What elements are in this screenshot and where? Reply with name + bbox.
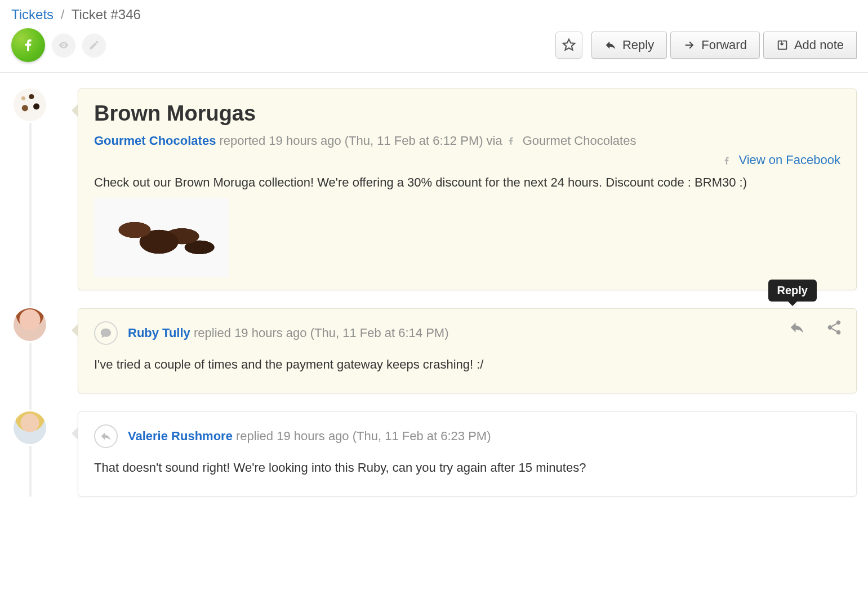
- reply-author-link[interactable]: Valerie Rushmore: [128, 429, 233, 443]
- star-button[interactable]: [555, 32, 582, 59]
- forward-button-label: Forward: [701, 38, 747, 52]
- reply-action: replied: [194, 326, 231, 340]
- ticket-title: Brown Morugas: [94, 101, 840, 126]
- reported-action: reported: [219, 134, 265, 148]
- reply-timestamp: (Thu, 11 Feb at 6:23 PM): [353, 429, 491, 443]
- ticket-attachment-image[interactable]: [94, 198, 229, 277]
- reply-timestamp: (Thu, 11 Feb at 6:14 PM): [310, 326, 449, 340]
- ticket-card: Brown Morugas Gourmet Chocolates reporte…: [78, 88, 857, 290]
- reply-button[interactable]: Reply: [591, 32, 667, 59]
- note-icon: [776, 39, 789, 51]
- pencil-icon: [88, 39, 100, 51]
- conversation-thread: Brown Morugas Gourmet Chocolates reporte…: [0, 73, 868, 497]
- facebook-icon: [20, 37, 36, 53]
- reported-ago: 19 hours ago: [269, 134, 341, 148]
- reply-author-avatar: [14, 411, 46, 444]
- reply-actions: [789, 319, 843, 336]
- via-source: Gourmet Chocolates: [523, 134, 636, 148]
- reply-button-label: Reply: [622, 38, 654, 52]
- watch-button[interactable]: [52, 33, 75, 57]
- reply-body-text: That doesn't sound right! We're looking …: [94, 459, 840, 477]
- facebook-icon: [506, 134, 516, 148]
- add-note-button[interactable]: Add note: [763, 32, 857, 59]
- reply-card: Valerie Rushmore replied 19 hours ago (T…: [78, 411, 857, 497]
- reply-ago: 19 hours ago: [277, 429, 349, 443]
- breadcrumb-separator: /: [61, 7, 65, 22]
- ticket-author-link[interactable]: Gourmet Chocolates: [94, 134, 216, 148]
- star-icon: [562, 38, 576, 52]
- ticket-header-bar: Reply Forward Add note: [0, 28, 868, 73]
- forward-button[interactable]: Forward: [670, 32, 760, 59]
- reply-tooltip: Reply: [768, 280, 817, 302]
- eye-icon: [58, 39, 69, 51]
- forward-arrow-icon: [683, 39, 696, 51]
- reply-arrow-icon: [604, 39, 617, 51]
- requester-avatar: [14, 88, 46, 121]
- reply-post: Valerie Rushmore replied 19 hours ago (T…: [11, 411, 857, 497]
- speech-bubble-icon: [94, 321, 118, 345]
- reply-card: Reply Ruby Tully replied 19 hours ago (T…: [78, 308, 857, 393]
- reply-post: Reply Ruby Tully replied 19 hours ago (T…: [11, 308, 857, 393]
- breadcrumb-current: Ticket #346: [72, 7, 141, 22]
- reply-action: replied: [236, 429, 273, 443]
- breadcrumb-root-link[interactable]: Tickets: [11, 7, 54, 22]
- reply-author-link[interactable]: Ruby Tully: [128, 326, 190, 340]
- view-on-facebook-link[interactable]: View on Facebook: [738, 153, 840, 167]
- breadcrumb: Tickets / Ticket #346: [0, 0, 868, 28]
- inline-reply-icon[interactable]: [789, 319, 805, 336]
- ticket-original-post: Brown Morugas Gourmet Chocolates reporte…: [11, 88, 857, 290]
- reply-body-text: I've tried a couple of times and the pay…: [94, 356, 840, 374]
- reported-timestamp: (Thu, 11 Feb at 6:12 PM): [345, 134, 483, 148]
- facebook-icon: [722, 154, 732, 167]
- share-icon[interactable]: [826, 319, 843, 336]
- edit-button[interactable]: [82, 33, 106, 57]
- reply-ago: 19 hours ago: [234, 326, 306, 340]
- add-note-button-label: Add note: [794, 38, 844, 52]
- via-label: via: [487, 134, 502, 148]
- facebook-source-avatar: [11, 28, 45, 62]
- ticket-body-text: Check out our Brown Moruga collection! W…: [94, 174, 840, 192]
- reply-author-avatar: [14, 308, 46, 341]
- ticket-meta: Gourmet Chocolates reported 19 hours ago…: [94, 134, 840, 148]
- reply-indicator-icon: [94, 424, 118, 448]
